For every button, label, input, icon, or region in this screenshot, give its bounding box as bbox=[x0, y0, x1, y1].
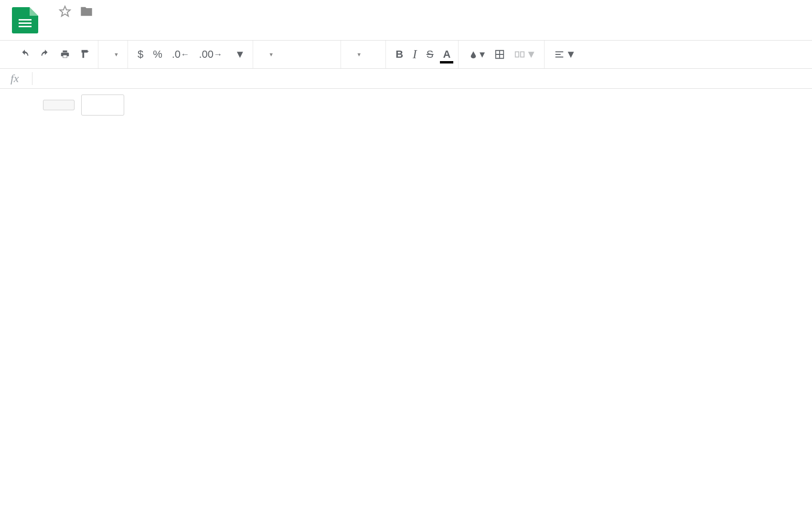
strikethrough-icon[interactable]: S bbox=[424, 46, 437, 63]
bold-icon[interactable]: B bbox=[393, 46, 406, 63]
zoom-select[interactable]: ▼ bbox=[100, 41, 128, 68]
decrease-decimal-icon[interactable]: .0← bbox=[169, 46, 192, 63]
svg-rect-1 bbox=[515, 52, 519, 57]
svg-marker-0 bbox=[60, 6, 70, 16]
merge-cells-icon[interactable]: ▼ bbox=[512, 46, 539, 63]
add-rows-count-input[interactable] bbox=[81, 95, 124, 116]
toolbar: ▼ $ % .0← .00→ ▼ ▼ ▼ B I S A ▾ ▼ ▼ bbox=[0, 40, 812, 69]
borders-icon[interactable] bbox=[491, 47, 508, 62]
formula-input[interactable] bbox=[32, 69, 812, 88]
add-rows-button[interactable] bbox=[43, 100, 75, 110]
font-size-select[interactable]: ▼ bbox=[343, 41, 386, 68]
redo-icon[interactable] bbox=[37, 47, 53, 62]
paint-format-icon[interactable] bbox=[77, 47, 93, 62]
fill-color-icon[interactable]: ▾ bbox=[465, 46, 488, 63]
font-select[interactable]: ▼ bbox=[255, 41, 341, 68]
increase-decimal-icon[interactable]: .00→ bbox=[196, 46, 225, 63]
fx-icon: fx bbox=[11, 72, 32, 85]
undo-icon[interactable] bbox=[17, 47, 33, 62]
folder-icon[interactable] bbox=[80, 5, 93, 20]
svg-rect-2 bbox=[521, 52, 524, 57]
percent-icon[interactable]: % bbox=[150, 46, 165, 63]
print-icon[interactable] bbox=[57, 47, 73, 62]
currency-icon[interactable]: $ bbox=[135, 46, 146, 63]
sheets-logo[interactable] bbox=[12, 7, 38, 33]
star-icon[interactable] bbox=[59, 5, 71, 20]
text-color-icon[interactable]: A bbox=[440, 46, 453, 63]
number-format-select[interactable]: ▼ bbox=[229, 46, 248, 63]
align-icon[interactable]: ▼ bbox=[551, 46, 579, 63]
italic-icon[interactable]: I bbox=[410, 45, 420, 63]
